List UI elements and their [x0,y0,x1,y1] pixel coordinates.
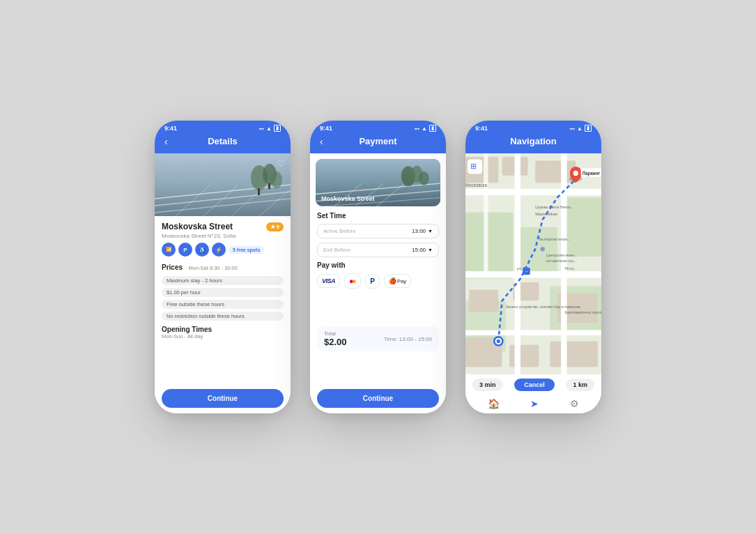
price-tag-1: $1.00 per hour [162,288,284,297]
svg-rect-38 [509,345,539,367]
tab-home-icon[interactable]: 🏠 [488,398,500,409]
details-title-row: Moskovska Street ★ 5 [162,222,284,231]
applepay-payment-method[interactable]: 🍎 Pay [384,274,411,288]
wifi-icon-3: ▲ [577,125,583,132]
payment-parking-image: Moskovska Street [316,159,440,206]
svg-rect-42 [465,330,601,335]
price-tag-2: Free outside these hours [162,300,284,309]
nav-info-row: 3 min Cancel 1 km [472,379,594,391]
navigation-map: Московска ул. Б... Ре кл... Църква Свети… [465,153,601,374]
navigation-nav-bar: Navigation [465,133,601,153]
phone-navigation: 9:41 ▪▪▪ ▲ ▮ Navigation [465,121,601,413]
svg-rect-12 [258,188,260,195]
details-parking-image: ♡ [155,153,291,216]
prices-label: Prices [162,264,183,271]
chevron-down-icon-1: ▼ [428,229,433,234]
details-nav-bar: ‹ Details [155,133,291,153]
navigation-bottom-bar: 3 min Cancel 1 km 🏠 ➤ ⚙ [465,374,601,413]
status-icons-3: ▪▪▪ ▲ ▮ [570,125,592,132]
svg-point-11 [271,171,282,188]
exit-before-label: Exit Before [323,247,350,253]
amenity-icons-row: 📶 P ♿ ⚡ 5 free spots [162,243,284,257]
opening-times-section: Opening Times Mon-Sun - All day [162,326,284,340]
chevron-down-icon-2: ▼ [428,247,433,252]
map-svg: Московска ул. Б... Ре кл... Църква Свети… [465,153,601,374]
wifi-icon-1: ▲ [266,125,272,132]
tab-settings-icon[interactable]: ⚙ [570,398,579,409]
payment-content: Set Time Arrive Before 13:00 ▼ Exit Befo… [310,206,446,413]
status-bar-3: 9:41 ▪▪▪ ▲ ▮ [465,121,601,133]
heart-icon[interactable]: ♡ [277,159,285,169]
amenity-wifi[interactable]: 📶 [162,243,176,257]
payment-back-button[interactable]: ‹ [320,136,323,147]
visa-payment-method[interactable]: VISA [317,274,340,288]
status-bar-1: 9:41 ▪▪▪ ▲ ▮ [155,121,291,133]
svg-point-62 [541,247,545,251]
prices-hours: Mon-Sat 8:30 - 20:00 [188,265,237,271]
rating-badge: ★ 5 [266,222,284,231]
location-name: Moskovska Street [162,222,233,231]
svg-text:Църква Свети Никол...: Църква Свети Никол... [535,205,573,209]
phone-payment: 9:41 ▪▪▪ ▲ ▮ ‹ Payment [310,121,446,413]
svg-text:Зелено устройство, коктейл бар: Зелено устройство, коктейл бар и паметни… [506,305,581,309]
payment-nav-bar: ‹ Payment [310,133,446,153]
location-address: Moskovska Street N°23, Sofia [162,233,284,239]
svg-rect-41 [465,271,601,278]
details-continue-button[interactable]: Continue [162,389,284,408]
svg-rect-39 [550,341,598,367]
phones-container: 9:41 ▪▪▪ ▲ ▮ ‹ Details [155,121,601,413]
exit-before-value: 15:00 ▼ [412,247,433,253]
details-back-button[interactable]: ‹ [164,136,168,147]
nav-cancel-button[interactable]: Cancel [514,379,555,391]
svg-text:Московска: Московска [465,183,488,188]
payment-methods-row: VISA ●● P 🍎 Pay [317,273,439,289]
svg-text:исторически сгр...: исторически сгр... [546,259,577,263]
distance-pill: 1 km [566,379,594,391]
pay-with-label: Pay with [317,261,439,269]
amenity-ev[interactable]: ⚡ [212,243,226,257]
svg-rect-34 [469,289,498,312]
status-time-3: 9:41 [475,125,488,132]
parking-image-svg [155,153,291,216]
price-tags-list: Maximum stay - 2 hours $1.00 per hour Fr… [162,276,284,322]
arrive-before-input[interactable]: Arrive Before 13:00 ▼ [317,224,439,238]
set-time-label: Set Time [317,212,439,220]
status-icons-2: ▪▪▪ ▲ ▮ [415,125,436,132]
svg-text:Централен воен...: Централен воен... [546,253,577,257]
svg-text:Екипламатична скулпт...: Екипламатична скулпт... [564,310,601,314]
exit-before-input[interactable]: Exit Before 15:00 ▼ [317,243,439,257]
svg-point-65 [497,340,500,343]
navigation-header: 9:41 ▪▪▪ ▲ ▮ Navigation [465,121,601,153]
svg-text:Ре кл...: Ре кл... [564,266,577,270]
svg-rect-13 [268,183,270,189]
svg-text:Паркинг: Паркинг [583,171,601,176]
total-amount: $2.00 [324,337,347,347]
amenity-accessible[interactable]: ♿ [195,243,209,257]
total-section: Total $2.00 [324,330,347,347]
total-time: Time: 13:00 - 15:00 [384,336,432,342]
status-icons-1: ▪▪▪ ▲ ▮ [259,125,281,132]
nav-tab-bar: 🏠 ➤ ⚙ [472,395,594,411]
paypal-payment-method[interactable]: P [365,274,380,289]
wifi-icon-2: ▲ [422,125,427,132]
signal-icon-3: ▪▪▪ [570,126,575,131]
phone-details: 9:41 ▪▪▪ ▲ ▮ ‹ Details [155,121,291,413]
opening-times-label: Opening Times [162,326,284,333]
svg-rect-44 [561,153,566,374]
svg-rect-45 [484,153,488,271]
amenity-parking[interactable]: P [178,243,192,257]
svg-rect-27 [520,227,557,271]
mastercard-payment-method[interactable]: ●● [344,273,361,289]
arrive-before-label: Arrive Before [323,228,356,234]
tab-navigate-icon[interactable]: ➤ [530,398,539,409]
payment-continue-button[interactable]: Continue [317,389,439,408]
price-tag-3: No restriction outside these hours [162,312,284,321]
arrive-before-value: 13:00 ▼ [412,228,433,234]
opening-hours-value: Mon-Sun - All day [162,333,284,340]
svg-point-24 [419,171,429,185]
battery-icon-3: ▮ [585,125,592,132]
svg-rect-43 [515,153,520,374]
signal-icon-1: ▪▪▪ [259,126,264,131]
payment-title: Payment [359,136,396,146]
star-icon: ★ [270,224,275,230]
